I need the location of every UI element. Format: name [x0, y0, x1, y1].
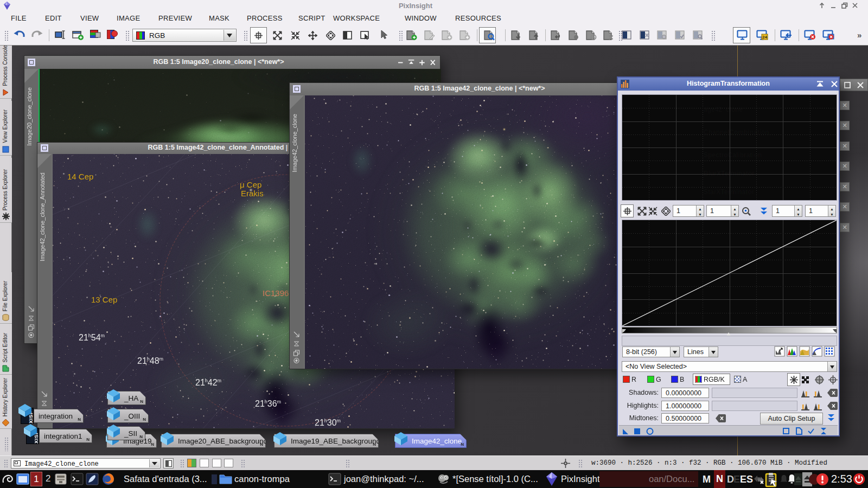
svg-text:13 Cep: 13 Cep: [91, 295, 117, 304]
svg-text:μ Cep: μ Cep: [240, 180, 261, 189]
svg-text:Erakis: Erakis: [241, 189, 264, 198]
svg-text:14 Cep: 14 Cep: [67, 172, 93, 181]
svg-text:IC1396: IC1396: [263, 288, 289, 298]
svg-text:24: 24: [762, 35, 767, 40]
